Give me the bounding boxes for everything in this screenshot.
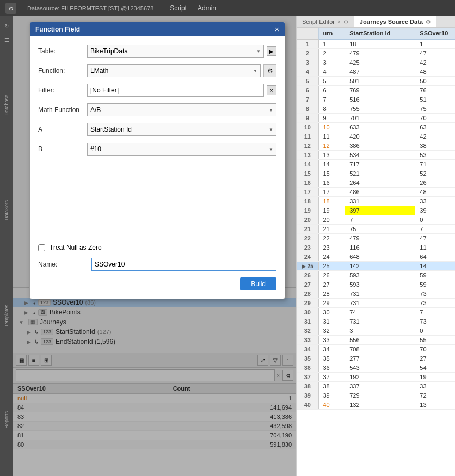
content-area: Function Field × Table: BikeTripData xyxy=(13,16,455,476)
function-field-modal: Function Field × Table: BikeTripData xyxy=(29,22,285,299)
sidebar-label-reports: Reports xyxy=(4,411,9,429)
nav-script[interactable]: Script xyxy=(170,4,187,12)
a-label: A xyxy=(38,126,87,133)
nav-admin[interactable]: Admin xyxy=(198,4,216,12)
math-function-control: A/B xyxy=(87,103,276,116)
filter-input[interactable] xyxy=(87,84,264,97)
a-row: A StartStation Id xyxy=(38,123,276,136)
treat-null-checkbox[interactable] xyxy=(38,244,45,251)
b-control: #10 xyxy=(87,143,276,156)
tab-journeys-label: Journeys Source Data xyxy=(360,18,423,25)
tab-script-gear[interactable]: ⚙ xyxy=(343,19,348,25)
tab-script-label: Script Editor xyxy=(302,18,335,25)
function-control: LMath ⚙ xyxy=(87,64,276,77)
app-logo: ⊙ xyxy=(5,3,16,14)
left-sidebar: ↻ ☰ Database DataSets Templates Reports xyxy=(0,16,13,476)
build-button[interactable]: Build xyxy=(240,277,276,290)
data-grid: urn StartStation Id SSOver10 11181224794… xyxy=(297,28,455,476)
b-label: B xyxy=(38,145,87,153)
tab-script-close[interactable]: × xyxy=(337,19,341,25)
tab-script-editor[interactable]: Script Editor × ⚙ xyxy=(297,16,354,27)
b-dropdown[interactable]: #10 xyxy=(87,143,276,156)
a-control: StartStation Id xyxy=(87,123,276,136)
left-panel: Function Field × Table: BikeTripData xyxy=(13,16,296,476)
right-data-panel: Script Editor × ⚙ Journeys Source Data ⚙ xyxy=(296,16,455,476)
modal-empty-space xyxy=(38,162,276,244)
function-row: Function: LMath ⚙ xyxy=(38,64,276,77)
sidebar-label-templates: Templates xyxy=(4,305,9,327)
sidebar-menu-icon[interactable]: ☰ xyxy=(0,33,13,46)
filter-row: Filter: × xyxy=(38,84,276,97)
grid-col-urn: urn xyxy=(318,28,345,39)
grid-col-startstation: StartStation Id xyxy=(345,28,415,39)
a-dropdown[interactable]: StartStation Id xyxy=(87,123,276,136)
grid-col-ssover10: SSOver10 xyxy=(415,28,455,39)
modal-close-button[interactable]: × xyxy=(275,26,279,33)
filter-input-row: × xyxy=(87,84,276,97)
top-nav: Script Admin xyxy=(170,4,216,12)
b-row: B #10 xyxy=(38,143,276,156)
table-label: Table: xyxy=(38,47,87,55)
build-row: Build xyxy=(38,277,276,290)
right-panel: Function Field × Table: BikeTripData xyxy=(13,16,455,476)
math-function-dropdown[interactable]: A/B xyxy=(87,103,276,116)
name-label: Name: xyxy=(38,261,87,268)
math-function-label: Math Function xyxy=(38,106,87,114)
function-settings-icon[interactable]: ⚙ xyxy=(263,64,276,77)
name-input[interactable] xyxy=(91,258,276,271)
sidebar-label-datasets: DataSets xyxy=(4,200,9,220)
sidebar-label-database: Database xyxy=(4,95,9,116)
top-bar: ⊙ Datasource: FILEFORMTEST [ST] @1234567… xyxy=(0,0,455,16)
modal-title: Function Field xyxy=(35,26,80,33)
function-label: Function: xyxy=(38,67,87,75)
table-nav-arrow[interactable]: ▶ xyxy=(267,46,276,56)
main-layout: ↻ ☰ Database DataSets Templates Reports … xyxy=(0,16,455,476)
filter-control: × xyxy=(87,84,276,97)
modal-body: Table: BikeTripData ▶ Functio xyxy=(30,36,285,299)
modal-overlay: Function Field × Table: BikeTripData xyxy=(13,16,296,476)
grid-col-row-num xyxy=(297,28,318,39)
sidebar-refresh-icon[interactable]: ↻ xyxy=(0,19,13,32)
treat-null-row: Treat Null as Zero xyxy=(38,244,276,251)
filter-clear-button[interactable]: × xyxy=(267,85,276,95)
modal-header: Function Field × xyxy=(30,22,285,36)
table-dropdown[interactable]: BikeTripData xyxy=(87,45,264,58)
table-row: Table: BikeTripData ▶ xyxy=(38,45,276,58)
filter-label: Filter: xyxy=(38,86,87,94)
treat-null-label: Treat Null as Zero xyxy=(50,244,102,251)
tab-journeys[interactable]: Journeys Source Data ⚙ xyxy=(354,16,436,27)
table-control: BikeTripData ▶ xyxy=(87,45,276,58)
function-dropdown[interactable]: LMath xyxy=(87,64,261,77)
panel-tabs: Script Editor × ⚙ Journeys Source Data ⚙ xyxy=(297,16,455,28)
app-title: Datasource: FILEFORMTEST [ST] @12345678 xyxy=(27,5,153,11)
name-row: Name: xyxy=(38,258,276,271)
tab-journeys-gear[interactable]: ⚙ xyxy=(426,19,431,25)
math-function-row: Math Function A/B xyxy=(38,103,276,116)
